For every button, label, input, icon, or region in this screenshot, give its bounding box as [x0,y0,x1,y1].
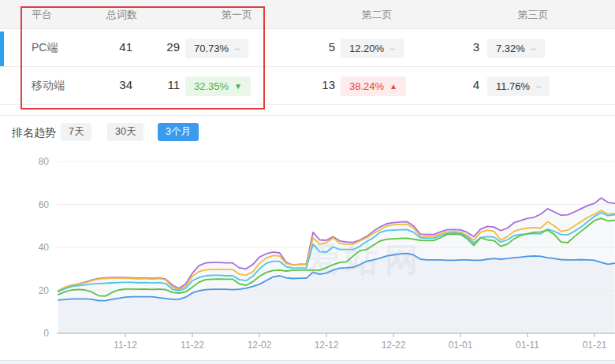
page3-count: 4 [442,78,479,91]
percent-value: 11.76% [496,80,530,92]
percent-value: 7.32% [496,43,525,54]
ranking-trend-chart: 02040608011-1211-2212-0212-1212-2201-010… [0,150,615,364]
tab-7-days[interactable]: 7天 [61,123,91,141]
up-trend-icon: ▲ [390,83,397,91]
column-header-page1: 第一页 [173,8,252,22]
platform-label: 移动端 [32,79,65,93]
keyword-ranking-panel: 平台 总词数 第一页 第二页 第三页 PC端 41 29 70.73% − 5 … [0,0,615,364]
page2-count: 13 [297,78,335,91]
percent-value: 32.35% [194,80,229,92]
x-axis-tick-label: 01-01 [449,340,473,351]
y-axis-tick-label: 0 [43,328,49,339]
ranking-trend-label: 排名趋势 [12,126,56,140]
column-header-page2: 第二页 [337,8,416,22]
x-axis-tick-label: 11-12 [114,340,137,351]
column-header-page3: 第三页 [494,8,572,22]
total-words-value: 41 [87,40,132,54]
page3-percent-badge: 7.32% − [487,39,545,58]
table-header-row: 平台 总词数 第一页 第二页 第三页 [0,0,615,29]
selected-row-indicator [0,32,4,66]
page1-count: 11 [142,78,180,91]
x-axis-tick-label: 12-02 [248,340,272,351]
x-axis-tick-label: 12-22 [382,340,406,351]
x-axis-tick-label: 11-22 [181,340,204,351]
page2-percent-badge: 12.20% − [341,39,404,58]
panel-bottom-border [0,360,615,364]
page1-count: 29 [142,40,180,54]
trend-line-chart-svg: 02040608011-1211-2212-0212-1212-2201-010… [0,150,615,364]
column-header-platform: 平台 [32,8,52,22]
page3-count: 3 [442,40,479,54]
down-trend-icon: ▼ [234,83,242,91]
page2-count: 5 [297,40,335,54]
x-axis-tick-label: 01-11 [516,340,539,351]
page2-percent-badge: 38.24% ▲ [341,76,406,96]
x-axis-tick-label: 12-12 [315,340,339,351]
platform-label: PC端 [32,41,58,55]
page1-percent-badge: 32.35% ▼ [185,76,251,96]
flat-trend-icon: − [535,82,541,91]
flat-trend-icon: − [234,44,240,54]
tab-3-months[interactable]: 3个月 [158,123,199,141]
y-axis-tick-label: 80 [39,156,50,167]
section-divider [0,115,615,116]
y-axis-tick-label: 40 [39,242,50,253]
total-words-value: 34 [87,78,132,91]
column-header-total-words: 总词数 [106,8,137,22]
percent-value: 12.20% [349,43,384,54]
y-axis-tick-label: 60 [39,199,50,210]
page3-percent-badge: 11.76% − [487,76,550,96]
table-row-mobile[interactable]: 移动端 34 11 32.35% ▼ 13 38.24% ▲ 4 11.76% … [0,67,615,105]
tab-30-days[interactable]: 30天 [107,123,144,141]
flat-trend-icon: − [531,44,536,54]
page1-percent-badge: 70.73% − [185,39,248,58]
x-axis-tick-label: 01-21 [583,340,607,351]
flat-trend-icon: − [390,44,395,54]
y-axis-tick-label: 20 [39,285,50,296]
table-row-pc[interactable]: PC端 41 29 70.73% − 5 12.20% − 3 7.32% − [0,29,615,67]
percent-value: 38.24% [349,80,384,92]
percent-value: 70.73% [194,43,229,54]
